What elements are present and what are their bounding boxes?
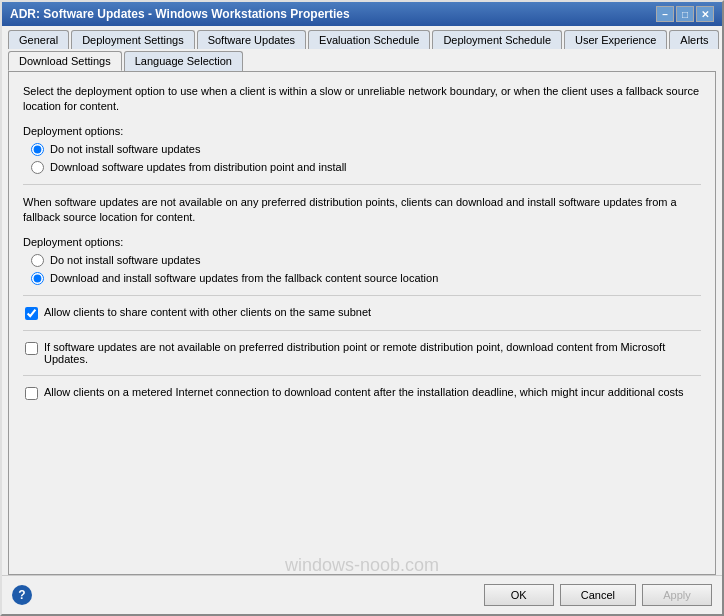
title-bar: ADR: Software Updates - Windows Workstat… [2, 2, 722, 26]
divider-3 [23, 330, 701, 331]
ok-button[interactable]: OK [484, 584, 554, 606]
tab-deployment-schedule[interactable]: Deployment Schedule [432, 30, 562, 49]
radio-1a-label: Do not install software updates [50, 143, 200, 155]
radio-option-2b[interactable]: Download and install software updates fr… [31, 272, 701, 285]
section1-label: Deployment options: [23, 125, 701, 137]
apply-button[interactable]: Apply [642, 584, 712, 606]
title-bar-buttons: – □ ✕ [656, 6, 714, 22]
content-area: Select the deployment option to use when… [8, 71, 716, 575]
bottom-bar: ? OK Cancel Apply [2, 575, 722, 614]
minimize-button[interactable]: – [656, 6, 674, 22]
close-button[interactable]: ✕ [696, 6, 714, 22]
tab-deployment-settings[interactable]: Deployment Settings [71, 30, 195, 49]
checkbox-3[interactable] [25, 387, 38, 400]
checkbox-option-3[interactable]: Allow clients on a metered Internet conn… [25, 386, 701, 400]
tab-software-updates[interactable]: Software Updates [197, 30, 306, 49]
radio-option-1b[interactable]: Download software updates from distribut… [31, 161, 701, 174]
section1-description: Select the deployment option to use when… [23, 84, 701, 115]
section2-label: Deployment options: [23, 236, 701, 248]
window-title: ADR: Software Updates - Windows Workstat… [10, 7, 350, 21]
tab-language-selection[interactable]: Language Selection [124, 51, 243, 71]
tabs-row1: General Deployment Settings Software Upd… [2, 26, 722, 49]
divider-2 [23, 295, 701, 296]
checkbox-2[interactable] [25, 342, 38, 355]
tabs-row2: Download Settings Language Selection [2, 49, 722, 71]
radio-2a[interactable] [31, 254, 44, 267]
tab-download-settings[interactable]: Download Settings [8, 51, 122, 71]
radio-2a-label: Do not install software updates [50, 254, 200, 266]
checkbox-option-1[interactable]: Allow clients to share content with othe… [25, 306, 701, 320]
section2-description: When software updates are not available … [23, 195, 701, 226]
tab-user-experience[interactable]: User Experience [564, 30, 667, 49]
divider-4 [23, 375, 701, 376]
cancel-button[interactable]: Cancel [560, 584, 636, 606]
bottom-right-buttons: OK Cancel Apply [484, 584, 712, 606]
radio-1b[interactable] [31, 161, 44, 174]
checkbox-3-label: Allow clients on a metered Internet conn… [44, 386, 684, 398]
radio-2b-label: Download and install software updates fr… [50, 272, 438, 284]
radio-2b[interactable] [31, 272, 44, 285]
radio-1a[interactable] [31, 143, 44, 156]
divider-1 [23, 184, 701, 185]
tab-evaluation-schedule[interactable]: Evaluation Schedule [308, 30, 430, 49]
maximize-button[interactable]: □ [676, 6, 694, 22]
radio-1b-label: Download software updates from distribut… [50, 161, 347, 173]
help-icon[interactable]: ? [12, 585, 32, 605]
main-window: ADR: Software Updates - Windows Workstat… [0, 0, 724, 616]
checkbox-1-label: Allow clients to share content with othe… [44, 306, 371, 318]
checkbox-option-2[interactable]: If software updates are not available on… [25, 341, 701, 365]
radio-option-1a[interactable]: Do not install software updates [31, 143, 701, 156]
radio-option-2a[interactable]: Do not install software updates [31, 254, 701, 267]
checkbox-2-label: If software updates are not available on… [44, 341, 701, 365]
tab-alerts[interactable]: Alerts [669, 30, 719, 49]
tab-general[interactable]: General [8, 30, 69, 49]
checkbox-1[interactable] [25, 307, 38, 320]
